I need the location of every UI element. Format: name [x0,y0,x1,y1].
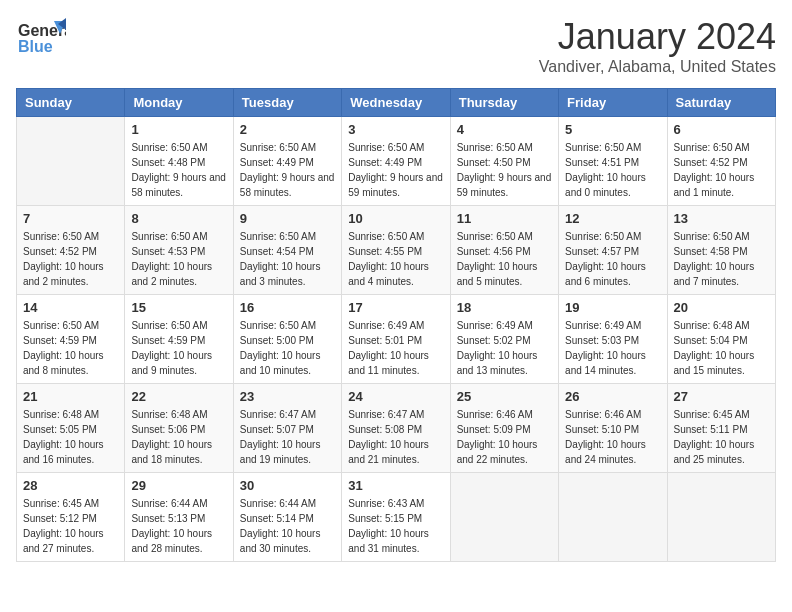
svg-text:Blue: Blue [18,38,53,55]
day-info: Sunrise: 6:48 AMSunset: 5:05 PMDaylight:… [23,407,118,467]
week-row-5: 28Sunrise: 6:45 AMSunset: 5:12 PMDayligh… [17,473,776,562]
day-info: Sunrise: 6:48 AMSunset: 5:04 PMDaylight:… [674,318,769,378]
calendar-cell: 13Sunrise: 6:50 AMSunset: 4:58 PMDayligh… [667,206,775,295]
day-number: 7 [23,211,118,226]
week-row-4: 21Sunrise: 6:48 AMSunset: 5:05 PMDayligh… [17,384,776,473]
calendar-cell: 31Sunrise: 6:43 AMSunset: 5:15 PMDayligh… [342,473,450,562]
day-info: Sunrise: 6:50 AMSunset: 4:49 PMDaylight:… [348,140,443,200]
calendar-cell: 19Sunrise: 6:49 AMSunset: 5:03 PMDayligh… [559,295,667,384]
day-number: 26 [565,389,660,404]
day-info: Sunrise: 6:49 AMSunset: 5:02 PMDaylight:… [457,318,552,378]
day-number: 19 [565,300,660,315]
day-number: 25 [457,389,552,404]
calendar-cell: 9Sunrise: 6:50 AMSunset: 4:54 PMDaylight… [233,206,341,295]
day-info: Sunrise: 6:50 AMSunset: 4:49 PMDaylight:… [240,140,335,200]
day-info: Sunrise: 6:50 AMSunset: 4:54 PMDaylight:… [240,229,335,289]
day-info: Sunrise: 6:50 AMSunset: 4:50 PMDaylight:… [457,140,552,200]
day-number: 1 [131,122,226,137]
day-info: Sunrise: 6:46 AMSunset: 5:09 PMDaylight:… [457,407,552,467]
calendar-cell: 15Sunrise: 6:50 AMSunset: 4:59 PMDayligh… [125,295,233,384]
day-number: 27 [674,389,769,404]
calendar-cell: 22Sunrise: 6:48 AMSunset: 5:06 PMDayligh… [125,384,233,473]
week-row-3: 14Sunrise: 6:50 AMSunset: 4:59 PMDayligh… [17,295,776,384]
day-info: Sunrise: 6:50 AMSunset: 4:52 PMDaylight:… [23,229,118,289]
day-number: 3 [348,122,443,137]
calendar-cell: 7Sunrise: 6:50 AMSunset: 4:52 PMDaylight… [17,206,125,295]
weekday-header-row: SundayMondayTuesdayWednesdayThursdayFrid… [17,89,776,117]
day-info: Sunrise: 6:48 AMSunset: 5:06 PMDaylight:… [131,407,226,467]
day-info: Sunrise: 6:50 AMSunset: 4:55 PMDaylight:… [348,229,443,289]
calendar-cell: 5Sunrise: 6:50 AMSunset: 4:51 PMDaylight… [559,117,667,206]
day-number: 2 [240,122,335,137]
day-info: Sunrise: 6:50 AMSunset: 4:56 PMDaylight:… [457,229,552,289]
calendar-cell: 20Sunrise: 6:48 AMSunset: 5:04 PMDayligh… [667,295,775,384]
calendar-cell: 2Sunrise: 6:50 AMSunset: 4:49 PMDaylight… [233,117,341,206]
calendar-cell [17,117,125,206]
day-info: Sunrise: 6:43 AMSunset: 5:15 PMDaylight:… [348,496,443,556]
day-number: 5 [565,122,660,137]
calendar-cell: 24Sunrise: 6:47 AMSunset: 5:08 PMDayligh… [342,384,450,473]
day-info: Sunrise: 6:44 AMSunset: 5:14 PMDaylight:… [240,496,335,556]
day-info: Sunrise: 6:50 AMSunset: 4:57 PMDaylight:… [565,229,660,289]
day-number: 10 [348,211,443,226]
calendar-cell: 1Sunrise: 6:50 AMSunset: 4:48 PMDaylight… [125,117,233,206]
calendar: SundayMondayTuesdayWednesdayThursdayFrid… [16,88,776,562]
day-number: 29 [131,478,226,493]
header: General Blue January 2024 Vandiver, Alab… [16,16,776,76]
calendar-cell: 14Sunrise: 6:50 AMSunset: 4:59 PMDayligh… [17,295,125,384]
calendar-cell: 3Sunrise: 6:50 AMSunset: 4:49 PMDaylight… [342,117,450,206]
day-info: Sunrise: 6:47 AMSunset: 5:07 PMDaylight:… [240,407,335,467]
day-number: 22 [131,389,226,404]
day-number: 16 [240,300,335,315]
calendar-cell: 27Sunrise: 6:45 AMSunset: 5:11 PMDayligh… [667,384,775,473]
day-number: 18 [457,300,552,315]
day-info: Sunrise: 6:47 AMSunset: 5:08 PMDaylight:… [348,407,443,467]
day-number: 11 [457,211,552,226]
calendar-cell [559,473,667,562]
day-info: Sunrise: 6:44 AMSunset: 5:13 PMDaylight:… [131,496,226,556]
day-info: Sunrise: 6:45 AMSunset: 5:12 PMDaylight:… [23,496,118,556]
calendar-cell: 16Sunrise: 6:50 AMSunset: 5:00 PMDayligh… [233,295,341,384]
location-title: Vandiver, Alabama, United States [539,58,776,76]
week-row-2: 7Sunrise: 6:50 AMSunset: 4:52 PMDaylight… [17,206,776,295]
day-number: 9 [240,211,335,226]
day-info: Sunrise: 6:50 AMSunset: 4:53 PMDaylight:… [131,229,226,289]
day-info: Sunrise: 6:50 AMSunset: 4:59 PMDaylight:… [23,318,118,378]
day-number: 21 [23,389,118,404]
day-info: Sunrise: 6:50 AMSunset: 4:51 PMDaylight:… [565,140,660,200]
title-area: January 2024 Vandiver, Alabama, United S… [539,16,776,76]
day-info: Sunrise: 6:45 AMSunset: 5:11 PMDaylight:… [674,407,769,467]
weekday-header-thursday: Thursday [450,89,558,117]
day-info: Sunrise: 6:50 AMSunset: 4:52 PMDaylight:… [674,140,769,200]
calendar-cell: 17Sunrise: 6:49 AMSunset: 5:01 PMDayligh… [342,295,450,384]
day-info: Sunrise: 6:50 AMSunset: 4:58 PMDaylight:… [674,229,769,289]
weekday-header-tuesday: Tuesday [233,89,341,117]
day-number: 12 [565,211,660,226]
calendar-cell: 26Sunrise: 6:46 AMSunset: 5:10 PMDayligh… [559,384,667,473]
day-number: 4 [457,122,552,137]
day-info: Sunrise: 6:50 AMSunset: 4:48 PMDaylight:… [131,140,226,200]
weekday-header-friday: Friday [559,89,667,117]
calendar-cell: 30Sunrise: 6:44 AMSunset: 5:14 PMDayligh… [233,473,341,562]
day-number: 17 [348,300,443,315]
logo-icon: General Blue [16,16,66,65]
day-number: 6 [674,122,769,137]
day-number: 30 [240,478,335,493]
weekday-header-wednesday: Wednesday [342,89,450,117]
day-info: Sunrise: 6:46 AMSunset: 5:10 PMDaylight:… [565,407,660,467]
day-info: Sunrise: 6:49 AMSunset: 5:01 PMDaylight:… [348,318,443,378]
calendar-cell: 6Sunrise: 6:50 AMSunset: 4:52 PMDaylight… [667,117,775,206]
weekday-header-monday: Monday [125,89,233,117]
calendar-cell: 21Sunrise: 6:48 AMSunset: 5:05 PMDayligh… [17,384,125,473]
day-number: 13 [674,211,769,226]
day-number: 31 [348,478,443,493]
month-title: January 2024 [539,16,776,58]
day-info: Sunrise: 6:49 AMSunset: 5:03 PMDaylight:… [565,318,660,378]
calendar-cell: 8Sunrise: 6:50 AMSunset: 4:53 PMDaylight… [125,206,233,295]
day-number: 14 [23,300,118,315]
calendar-cell: 23Sunrise: 6:47 AMSunset: 5:07 PMDayligh… [233,384,341,473]
day-number: 28 [23,478,118,493]
calendar-cell: 18Sunrise: 6:49 AMSunset: 5:02 PMDayligh… [450,295,558,384]
day-number: 20 [674,300,769,315]
calendar-cell: 12Sunrise: 6:50 AMSunset: 4:57 PMDayligh… [559,206,667,295]
